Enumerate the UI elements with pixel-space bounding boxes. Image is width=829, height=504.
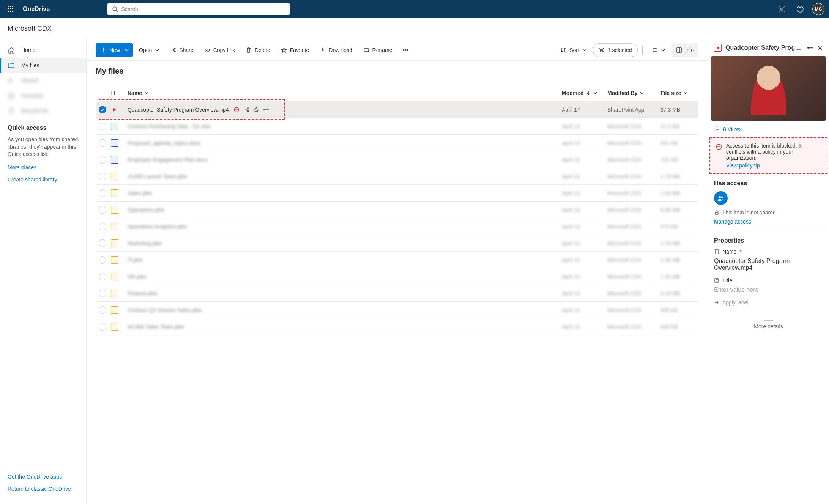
ellipsis-icon[interactable]	[807, 45, 813, 51]
row-checkbox[interactable]	[99, 256, 106, 264]
file-row[interactable]: X1050 Launch Team.pbixApril 13Microsoft …	[96, 168, 698, 185]
favorite-button[interactable]: Favorite	[276, 43, 314, 57]
nav-item-label: Home	[21, 47, 35, 53]
row-checkbox[interactable]	[99, 156, 106, 164]
help-icon[interactable]	[794, 3, 806, 15]
share-icon[interactable]	[243, 107, 249, 113]
app-launcher-icon[interactable]	[5, 3, 17, 15]
delete-button-label: Delete	[255, 47, 270, 53]
nav-item-home[interactable]: Home	[0, 43, 86, 58]
close-icon[interactable]	[817, 45, 823, 51]
more-places-link[interactable]: More places...	[0, 161, 86, 173]
file-row[interactable]: Contoso Purchasing Data - Q1.xlsxApril 1…	[96, 118, 698, 135]
row-checkbox[interactable]	[99, 173, 106, 180]
row-checkbox[interactable]	[99, 139, 106, 147]
row-checkbox[interactable]	[99, 323, 106, 331]
get-apps-link[interactable]: Get the OneDrive apps	[0, 471, 86, 483]
star-icon	[8, 92, 15, 99]
copy-link-button[interactable]: Copy link	[200, 43, 240, 57]
copy-link-label: Copy link	[213, 47, 235, 53]
selection-count[interactable]: 1 selected	[593, 43, 638, 57]
share-button-label: Share	[179, 47, 193, 53]
return-classic-link[interactable]: Return to classic OneDrive	[0, 483, 86, 495]
user-avatar[interactable]: MC	[812, 3, 824, 15]
more-details-button[interactable]: More details	[708, 315, 829, 334]
svg-point-51	[721, 197, 723, 198]
nav-item-my-files[interactable]: My files	[0, 58, 86, 73]
file-row[interactable]: Proposed_agenda_topics.docxApril 13Micro…	[96, 135, 698, 151]
open-button[interactable]: Open	[134, 43, 164, 57]
file-row[interactable]: Quadcopter Safety Program Overview.mp4Ap…	[96, 101, 698, 118]
file-row[interactable]: IT.pbixApril 13Microsoft CDX1.35 MB	[96, 252, 698, 268]
modified-cell: April 13	[562, 240, 607, 246]
modified-by-cell: Microsoft CDX	[607, 224, 660, 230]
share-button[interactable]: Share	[165, 43, 198, 57]
docx-file-icon	[111, 156, 118, 164]
name-value[interactable]: Quadcopter Safety Program Overview.mp4	[714, 258, 823, 271]
row-checkbox[interactable]	[99, 273, 106, 280]
file-row[interactable]: Operations.pbixApril 13Microsoft CDX6.86…	[96, 202, 698, 218]
modified-cell: April 13	[562, 324, 607, 330]
access-principal-icon[interactable]	[714, 191, 728, 205]
svg-rect-36	[247, 108, 249, 109]
col-name[interactable]: Name	[128, 90, 562, 96]
size-cell: 6.86 MB	[660, 207, 698, 213]
row-checkbox[interactable]	[99, 206, 106, 214]
share-icon	[170, 47, 176, 53]
app-title[interactable]: OneDrive	[23, 6, 50, 13]
page-title: My files	[96, 67, 698, 76]
details-title: Quadcopter Safety Progr…	[725, 44, 803, 51]
file-row[interactable]: HR.pbixApril 13Microsoft CDX1.42 MB	[96, 268, 698, 285]
nav-item-shared[interactable]: Shared	[0, 73, 86, 88]
create-shared-library-link[interactable]: Create shared library	[0, 173, 86, 186]
row-checkbox[interactable]	[99, 290, 106, 297]
nav-item-recycle-bin[interactable]: Recycle bin	[0, 103, 86, 118]
col-icon[interactable]	[111, 91, 128, 95]
file-row[interactable]: Finance.pbixApril 13Microsoft CDX3.18 MB	[96, 285, 698, 302]
row-checkbox[interactable]	[99, 306, 106, 314]
search-input[interactable]	[121, 6, 285, 12]
delete-button[interactable]: Delete	[241, 43, 274, 57]
view-options-button[interactable]	[647, 43, 670, 57]
file-row[interactable]: Marketing.pbixApril 13Microsoft CDX1.79 …	[96, 235, 698, 252]
row-checkbox[interactable]	[99, 106, 106, 113]
new-button[interactable]: New	[96, 43, 133, 57]
blocked-icon[interactable]	[233, 107, 240, 113]
svg-rect-6	[8, 11, 9, 12]
rename-button[interactable]: Rename	[359, 43, 397, 57]
file-row[interactable]: Sales.pbixApril 13Microsoft CDX1.53 MB	[96, 185, 698, 202]
nav-item-favorites[interactable]: Favorites	[0, 88, 86, 103]
download-button[interactable]: Download	[315, 43, 357, 57]
col-modified[interactable]: Modified	[562, 90, 607, 96]
title-input[interactable]: Enter value here	[714, 287, 823, 293]
search-box[interactable]	[107, 3, 290, 15]
lock-icon	[714, 210, 719, 215]
file-row[interactable]: Employee Engagement Plan.docxApril 13Mic…	[96, 151, 698, 168]
view-policy-tip-link[interactable]: View policy tip	[726, 162, 821, 169]
info-pane-button[interactable]: Info	[671, 43, 698, 57]
settings-icon[interactable]	[776, 3, 788, 15]
video-thumbnail[interactable]	[711, 56, 826, 121]
star-icon[interactable]	[253, 107, 259, 113]
modified-cell: April 13	[562, 190, 607, 196]
sort-button[interactable]: Sort	[556, 43, 591, 57]
svg-rect-4	[10, 8, 11, 9]
file-name: Finance.pbix	[128, 290, 158, 296]
ellipsis-icon	[403, 47, 409, 53]
modified-by-cell: Microsoft CDX	[607, 257, 660, 263]
views-link[interactable]: 8 Views	[708, 121, 829, 137]
row-checkbox[interactable]	[99, 123, 106, 130]
ellipsis-icon[interactable]	[263, 107, 269, 113]
file-row[interactable]: Operations Analytics.pbixApril 13Microso…	[96, 218, 698, 235]
row-checkbox[interactable]	[99, 239, 106, 247]
col-modified-by[interactable]: Modified By	[607, 90, 660, 96]
svg-rect-52	[715, 212, 718, 214]
manage-access-link[interactable]: Manage access	[714, 219, 823, 225]
file-row[interactable]: Contoso Q2 Division Sales.pbixApril 13Mi…	[96, 302, 698, 318]
row-checkbox[interactable]	[99, 223, 106, 230]
row-checkbox[interactable]	[99, 189, 106, 197]
file-row[interactable]: NC460 Sales Team.pbixApril 13Microsoft C…	[96, 318, 698, 335]
apply-label-link[interactable]: Apply label	[722, 299, 749, 306]
col-size[interactable]: File size	[660, 90, 698, 96]
more-commands-button[interactable]	[398, 43, 413, 57]
